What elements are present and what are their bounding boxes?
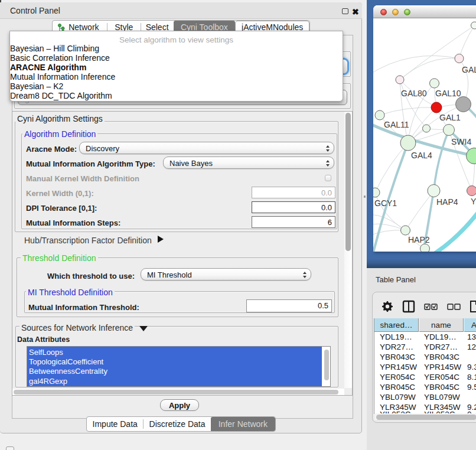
- svg-text:GAL1: GAL1: [439, 113, 461, 122]
- svg-text:GAL11: GAL11: [384, 120, 409, 129]
- svg-text:GAL2: GAL2: [462, 65, 476, 74]
- svg-text:YJ: YJ: [471, 197, 476, 206]
- svg-text:GAL10: GAL10: [435, 89, 461, 98]
- svg-text:GAL80: GAL80: [401, 89, 427, 98]
- svg-text:GAL4: GAL4: [411, 151, 432, 160]
- svg-text:HAP4: HAP4: [436, 197, 458, 207]
- svg-text:HAP2: HAP2: [408, 235, 430, 244]
- svg-text:SWI4: SWI4: [451, 137, 471, 146]
- svg-text:GCY1: GCY1: [374, 198, 397, 208]
